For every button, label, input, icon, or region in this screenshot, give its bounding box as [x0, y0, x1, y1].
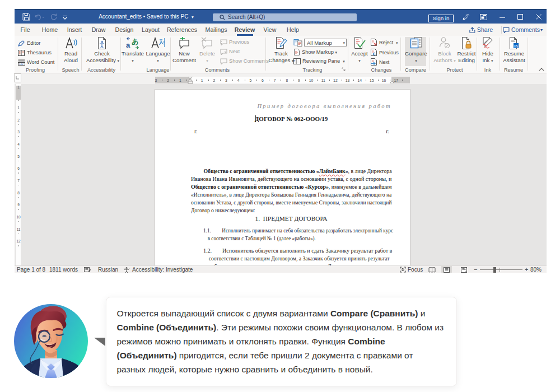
svg-text:あ: あ — [132, 38, 138, 45]
svg-text:123: 123 — [19, 63, 24, 66]
svg-text:a: a — [126, 41, 130, 49]
svg-text:in: in — [514, 44, 517, 48]
